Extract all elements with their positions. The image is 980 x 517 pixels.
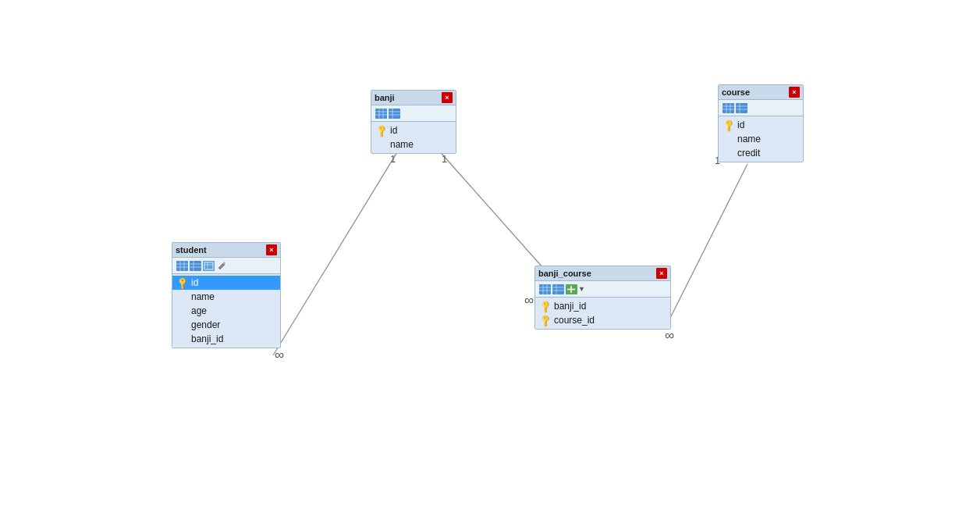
svg-rect-42 <box>736 103 747 113</box>
field-row-course-name[interactable]: name <box>719 132 803 146</box>
db-icon-bc-2 <box>552 283 564 295</box>
key-icon-banji-id: 🔑 <box>374 123 389 137</box>
db-icon-3 <box>202 259 215 272</box>
table-student-fields: 🔑 id name age gender banji_id <box>172 274 280 348</box>
table-banji-course-toolbar: ▼ <box>535 281 670 298</box>
table-student-toolbar <box>172 258 280 274</box>
table-banji-header: banji × <box>371 91 456 105</box>
table-course-title: course <box>722 87 750 97</box>
field-row-banji-id[interactable]: 🔑 id <box>371 123 456 137</box>
db-icon-1 <box>176 259 188 272</box>
table-course-fields: 🔑 id name credit <box>719 116 803 162</box>
table-course-toolbar <box>719 100 803 116</box>
svg-line-2 <box>667 164 747 324</box>
field-row-student-banji-id[interactable]: banji_id <box>172 332 280 346</box>
field-row-bc-course-id[interactable]: 🔑 course_id <box>535 313 670 327</box>
table-course-close[interactable]: × <box>789 87 800 98</box>
db-icon-c-1 <box>722 102 734 114</box>
table-banji-course[interactable]: banji_course × <box>534 266 671 330</box>
table-student-header: student × <box>172 243 280 258</box>
table-banji-close[interactable]: × <box>442 92 453 103</box>
table-banji-course-fields: 🔑 banji_id 🔑 course_id <box>535 298 670 329</box>
table-student-close[interactable]: × <box>266 244 277 255</box>
svg-rect-25 <box>539 284 551 294</box>
key-icon-bc-banji-id: 🔑 <box>538 298 552 313</box>
svg-rect-3 <box>176 261 188 271</box>
table-course[interactable]: course × <box>718 84 804 162</box>
table-student[interactable]: student × <box>172 242 281 348</box>
field-row-student-gender[interactable]: gender <box>172 318 280 332</box>
svg-rect-37 <box>723 103 734 113</box>
field-row-course-credit[interactable]: credit <box>719 146 803 160</box>
table-banji-course-title: banji_course <box>538 269 591 278</box>
edit-icon <box>215 259 228 272</box>
table-banji-toolbar <box>371 105 456 122</box>
rel-label-1b: 1 <box>442 153 447 165</box>
connections-svg: 1 ∞ 1 ∞ 1 ∞ <box>0 0 980 517</box>
rel-label-inf-a: ∞ <box>275 348 284 362</box>
table-student-title: student <box>176 245 207 255</box>
svg-rect-8 <box>190 261 201 271</box>
svg-rect-21 <box>389 109 400 119</box>
field-row-student-id[interactable]: 🔑 id <box>172 276 280 290</box>
table-banji-course-close[interactable]: × <box>656 268 667 279</box>
db-icon-bc-3 <box>565 283 577 295</box>
key-icon-bc-course-id: 🔑 <box>538 312 552 327</box>
svg-rect-16 <box>375 109 387 119</box>
field-row-bc-banji-id[interactable]: 🔑 banji_id <box>535 299 670 313</box>
field-row-banji-name[interactable]: name <box>371 137 456 152</box>
svg-rect-30 <box>552 284 564 294</box>
table-banji-fields: 🔑 id name <box>371 122 456 153</box>
field-row-student-name[interactable]: name <box>172 290 280 304</box>
field-row-student-age[interactable]: age <box>172 304 280 318</box>
db-icon-2 <box>189 259 201 272</box>
table-course-header: course × <box>719 85 803 100</box>
field-row-course-id[interactable]: 🔑 id <box>719 118 803 132</box>
table-banji-course-header: banji_course × <box>535 266 670 281</box>
db-icon-banji-1 <box>375 107 387 119</box>
er-diagram-canvas: 1 ∞ 1 ∞ 1 ∞ student × <box>0 0 980 517</box>
table-banji-title: banji <box>375 93 395 102</box>
rel-label-inf-b: ∞ <box>524 293 534 308</box>
dropdown-arrow-bc[interactable]: ▼ <box>578 285 585 293</box>
db-icon-c-2 <box>735 102 747 114</box>
table-banji[interactable]: banji × <box>371 90 456 154</box>
rel-label-1a: 1 <box>390 153 396 165</box>
svg-line-0 <box>273 148 399 355</box>
db-icon-bc-1 <box>538 283 551 295</box>
rel-label-inf-c: ∞ <box>665 328 674 343</box>
db-icon-banji-2 <box>388 107 400 119</box>
key-icon-course-id: 🔑 <box>721 117 736 132</box>
key-icon-student-id: 🔑 <box>175 275 190 290</box>
